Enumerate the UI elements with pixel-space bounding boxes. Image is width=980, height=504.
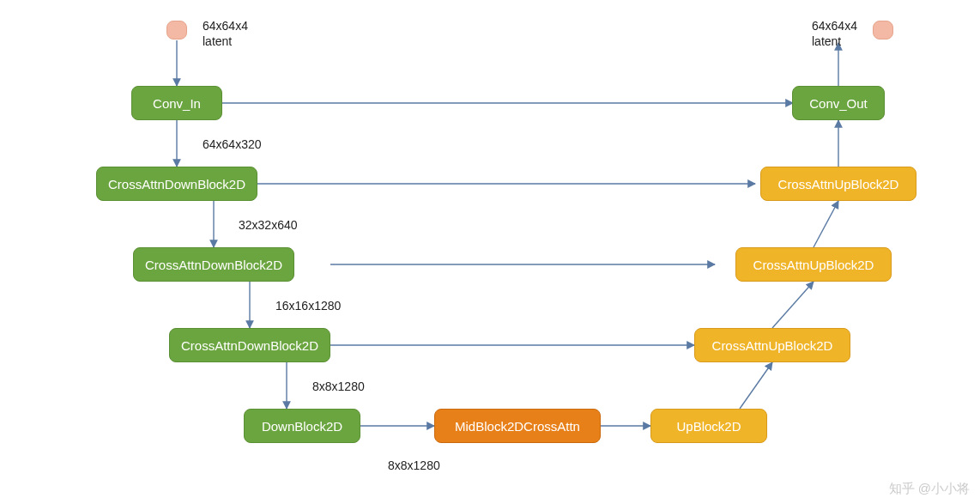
latent-input-box: [166, 21, 187, 39]
latent-output-box: [873, 21, 893, 39]
cross-attn-down-1: CrossAttnDownBlock2D: [96, 167, 257, 201]
shape-after-conv-in: 64x64x320: [203, 137, 262, 153]
cross-attn-up-3: CrossAttnUpBlock2D: [694, 328, 850, 362]
shape-after-down4: 8x8x1280: [388, 458, 440, 474]
shape-after-down1: 32x32x640: [239, 218, 298, 234]
up-block-2d: UpBlock2D: [650, 409, 767, 443]
cross-attn-down-2: CrossAttnDownBlock2D: [133, 247, 294, 282]
conv-out-block: Conv_Out: [792, 86, 885, 120]
conv-in-block: Conv_In: [131, 86, 222, 120]
mid-block-cross-attn: MidBlock2DCrossAttn: [434, 409, 601, 443]
shape-after-down2: 16x16x1280: [275, 299, 341, 314]
cross-attn-up-1: CrossAttnUpBlock2D: [760, 167, 916, 201]
latent-output-label: 64x64x4 latent: [812, 19, 857, 49]
svg-line-9: [814, 201, 838, 247]
latent-input-label: 64x64x4 latent: [203, 19, 248, 49]
svg-line-7: [740, 362, 772, 409]
cross-attn-up-2: CrossAttnUpBlock2D: [735, 247, 892, 282]
down-block-2d: DownBlock2D: [244, 409, 360, 443]
zhihu-watermark: 知乎 @小小将: [889, 481, 970, 497]
cross-attn-down-3: CrossAttnDownBlock2D: [169, 328, 330, 362]
shape-after-down3: 8x8x1280: [312, 380, 365, 395]
svg-line-8: [772, 282, 814, 328]
